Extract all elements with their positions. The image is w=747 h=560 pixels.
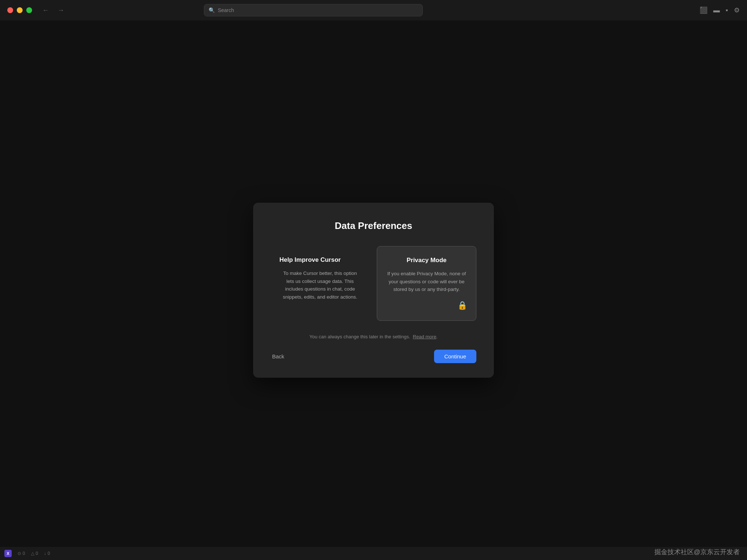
privacy-mode-option[interactable]: Privacy Mode If you enable Privacy Mode,… <box>377 246 476 321</box>
main-content: Data Preferences Help Improve Cursor To … <box>0 20 747 560</box>
lock-icon-container: 🔒 <box>386 301 467 310</box>
footer-text: You can always change this later in the … <box>271 334 476 339</box>
options-row: Help Improve Cursor To make Cursor bette… <box>271 246 476 321</box>
error-icon: ⊙ <box>18 551 21 556</box>
help-improve-option[interactable]: Help Improve Cursor To make Cursor bette… <box>271 246 369 321</box>
data-preferences-dialog: Data Preferences Help Improve Cursor To … <box>253 203 494 378</box>
help-improve-title: Help Improve Cursor <box>279 256 361 264</box>
dialog-title: Data Preferences <box>271 220 476 232</box>
search-icon: 🔍 <box>209 7 215 13</box>
warning-icon: △ <box>31 551 34 556</box>
forward-nav-button[interactable]: → <box>56 5 66 16</box>
nav-buttons: ← → <box>41 5 66 16</box>
error-count: 0 <box>23 551 25 556</box>
status-sync: ↓ 0 <box>44 551 50 556</box>
search-placeholder: Search <box>218 7 234 13</box>
read-more-link[interactable]: Read more <box>413 334 436 339</box>
statusbar: X ⊙ 0 △ 0 ↓ 0 <box>0 547 747 560</box>
titlebar: ← → 🔍 Search ⬛ ▬ ▪ ⚙ <box>0 0 747 20</box>
watermark: 掘金技术社区@京东云开发者 <box>654 548 740 556</box>
footer-static-text: You can always change this later in the … <box>309 334 410 339</box>
minimize-button[interactable] <box>17 7 23 13</box>
app-icon: X <box>4 550 12 557</box>
sidebar-right-icon[interactable]: ▪ <box>726 7 728 14</box>
settings-icon[interactable]: ⚙ <box>734 6 740 14</box>
status-warnings: △ 0 <box>31 551 38 556</box>
warning-count: 0 <box>36 551 38 556</box>
help-improve-description: To make Cursor better, this option lets … <box>279 269 361 301</box>
status-errors: ⊙ 0 <box>18 551 25 556</box>
titlebar-right-controls: ⬛ ▬ ▪ ⚙ <box>700 6 740 14</box>
continue-button[interactable]: Continue <box>434 350 476 363</box>
dialog-actions: Back Continue <box>271 350 476 363</box>
traffic-lights <box>7 7 32 13</box>
sidebar-left-icon[interactable]: ⬛ <box>700 6 708 14</box>
back-button[interactable]: Back <box>271 350 286 362</box>
sidebar-bottom-icon[interactable]: ▬ <box>713 7 720 14</box>
privacy-mode-description: If you enable Privacy Mode, none of your… <box>386 270 467 293</box>
privacy-mode-title: Privacy Mode <box>386 257 467 264</box>
back-nav-button[interactable]: ← <box>41 5 50 16</box>
close-button[interactable] <box>7 7 13 13</box>
sync-count: 0 <box>47 551 50 556</box>
maximize-button[interactable] <box>26 7 32 13</box>
lock-icon: 🔒 <box>457 301 467 310</box>
search-bar[interactable]: 🔍 Search <box>204 4 423 16</box>
sync-icon: ↓ <box>44 551 46 556</box>
